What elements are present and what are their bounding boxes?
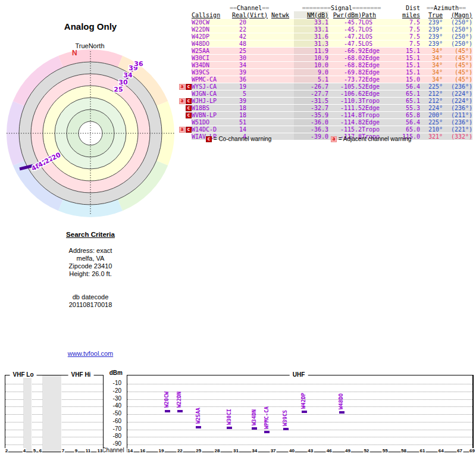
table-row: W51DO51-36.0-114.82Edge56.4225°(236°) [176,119,472,126]
cell-virt [246,48,267,55]
cell-callsign: W18BS [192,105,230,112]
channel-tick-label: 55 [382,448,389,453]
warning-cell [176,119,192,126]
signal-table-body: ==Channel== ========Signal======== Dist … [176,5,472,140]
channel-tick-label: 19 [158,448,165,453]
cell-pwr: -66.9 [328,48,362,55]
cell-miles: 15.1 [389,48,420,55]
signal-bar [339,411,345,414]
channel-tick-label: 46 [326,448,333,453]
gridline [127,384,472,384]
search-criteria-lines: Address: exactmelfa, VAZipcode 23410Heig… [31,247,150,278]
col-true: True [420,11,443,19]
cell-true: 34° [420,62,443,69]
non-tv-band [42,375,61,452]
dbm-tick-label: -50 [102,410,121,417]
tvfool-link[interactable]: www.tvfool.com [68,350,113,357]
table-row: W22DN2233.1-45.7LOS7.5239°(250°) [176,26,472,33]
warning-cell [176,62,192,69]
cell-magn: (250°) [443,40,472,48]
cell-callsign: W42DP [192,33,230,40]
warning-cell: ac [176,83,192,90]
cell-nm: 31.6 [294,33,328,40]
text-line: melfa, VA [31,255,150,262]
cell-nm: 10.0 [294,62,328,69]
cell-virt [246,105,267,112]
signal-bar [177,410,183,412]
channel-tick-label: 34 [251,448,258,453]
signal-bar [196,426,201,428]
cell-callsign: WVBN-LP [192,112,230,119]
signal-callsign-label: W22DN [176,392,182,408]
table-row: acWYSJ-CA19-26.7-105.52Edge56.4225°(236°… [176,83,472,90]
warning-cell [176,26,192,33]
signal-bar [227,427,232,429]
col-pwr: Pwr(dBm) [328,11,362,19]
warning-cell [176,69,192,76]
cell-path: 2Edge [362,48,389,55]
cell-callsign: W51DO [192,119,230,126]
signal-callsign-label: WPMC-CA [264,406,270,429]
cell-callsign: W34DN [192,62,230,69]
cell-true: 34° [420,55,443,62]
cell-callsign: W39CS [192,69,230,76]
col-nm: NM(dB) [294,11,328,19]
signal-callsign-label: W39CS [282,410,288,426]
cell-magn: (221°) [443,126,472,133]
channel-tick-label: 69 [469,448,475,453]
cell-miles: 15.1 [389,62,420,69]
cell-virt [246,55,267,62]
warning-cell [176,55,192,62]
table-row: WPMC-CA365.1-73.72Edge15.034°(45°) [176,76,472,83]
signal-callsign-label: W25AA [195,408,201,424]
cell-callsign: WJHJ-LP [192,98,230,105]
signal-callsign-label: W34DN [251,409,257,425]
col-virt: (Virt) [246,11,267,19]
cell-miles: 65.0 [389,126,420,133]
channel-tick-label: 7 [61,448,65,453]
channel-tick-label: 52 [363,448,369,453]
cell-real: 39 [230,98,246,105]
cell-pwr: -110.3 [328,98,362,105]
signal-callsign-label: W20CW [164,392,170,408]
cell-true: 34° [420,69,443,76]
cell-nm: 5.1 [294,76,328,83]
cell-netwk [267,83,294,90]
table-row: W39CS399.0-69.82Edge15.134°(45°) [176,69,472,76]
cell-real: 36 [230,76,246,83]
cell-callsign: WPMC-CA [192,76,230,83]
co-channel-warning-icon: c [186,112,192,118]
tvfool-report: 253034393648422220 Analog Only TrueNorth… [0,0,476,457]
table-row: W30CI3010.9-68.02Edge15.134°(45°) [176,55,472,62]
cell-pwr: -69.8 [328,69,362,76]
dbm-tick-label: -30 [102,395,121,402]
cell-pwr: -47.5 [328,40,362,48]
dist-group-header: Dist [389,5,420,11]
true-north-label: TrueNorth [54,42,126,49]
cell-nm: 33.1 [294,26,328,33]
gridline [127,445,472,445]
warning-cell: ac [176,126,192,133]
uhf-panel: 1416192225283134374043464952555861646769… [127,375,474,452]
cell-netwk [267,69,294,76]
cell-netwk [267,33,294,40]
cell-magn: (45°) [443,48,472,55]
radar-title: Analog Only [31,21,150,32]
warning-cell: c [176,105,192,112]
cell-path: 2Edge [362,90,389,98]
signal-group-header: ========Signal======== [294,5,389,11]
cell-magn: (236°) [443,105,472,112]
cell-pwr: -68.8 [328,62,362,69]
cell-magn: (45°) [443,55,472,62]
signal-callsign-label: W48DO [338,393,344,409]
adjacent-channel-warning-icon: a [179,84,185,90]
gridline [127,422,472,422]
cell-nm: -26.7 [294,83,328,90]
cell-netwk [267,119,294,126]
dbm-tick-label: -60 [102,418,121,424]
cell-callsign: WYSJ-CA [192,83,230,90]
cell-virt [246,76,267,83]
cell-true: 225° [420,119,443,126]
cell-virt [246,90,267,98]
adjacent-channel-warning-icon: a [331,136,337,142]
